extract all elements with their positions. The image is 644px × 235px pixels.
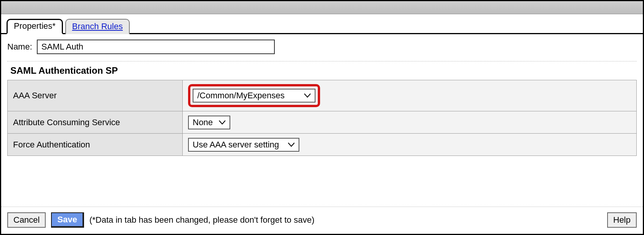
save-button[interactable]: Save [51,212,84,228]
tab-properties[interactable]: Properties* [7,19,63,34]
footer: Cancel Save (*Data in tab has been chang… [1,207,643,234]
name-label: Name: [7,42,32,52]
cancel-button[interactable]: Cancel [7,212,46,228]
tab-branch-rules-label[interactable]: Branch Rules [72,22,123,31]
dialog-window: Properties* Branch Rules Name: SAML Auth… [0,0,644,235]
select-aaa-server-value: /Common/MyExpenses [197,91,284,101]
select-acs[interactable]: None [188,116,230,129]
select-acs-value: None [193,118,213,127]
tab-strip: Properties* Branch Rules [1,17,643,34]
title-bar [1,1,643,14]
chevron-down-icon [219,120,226,125]
row-aaa-server: AAA Server /Common/MyExpenses [8,80,637,111]
label-acs: Attribute Consuming Service [8,111,183,134]
row-attribute-consuming-service: Attribute Consuming Service None [8,111,637,134]
highlight-aaa-server: /Common/MyExpenses [188,84,320,107]
chevron-down-icon [288,142,295,147]
name-input[interactable] [37,40,275,54]
section-title: SAML Authentication SP [10,65,637,76]
select-aaa-server[interactable]: /Common/MyExpenses [193,89,315,103]
cell-acs: None [183,111,637,134]
properties-table: AAA Server /Common/MyExpenses Attribute … [7,80,637,156]
tab-properties-label: Properties* [14,21,56,31]
unsaved-message: (*Data in tab has been changed, please d… [89,215,314,225]
help-button[interactable]: Help [607,212,637,228]
row-force-authentication: Force Authentication Use AAA server sett… [8,134,637,156]
section-divider [7,61,637,61]
tab-branch-rules[interactable]: Branch Rules [65,19,130,34]
select-force-auth[interactable]: Use AAA server setting [188,138,299,152]
tab-content: Name: SAML Authentication SP AAA Server … [1,34,643,207]
label-force-auth: Force Authentication [8,134,183,156]
cell-aaa-server: /Common/MyExpenses [183,80,637,111]
label-aaa-server: AAA Server [8,80,183,111]
name-row: Name: [7,40,637,54]
cell-force-auth: Use AAA server setting [183,134,637,156]
select-force-auth-value: Use AAA server setting [193,140,279,150]
chevron-down-icon [304,93,311,98]
